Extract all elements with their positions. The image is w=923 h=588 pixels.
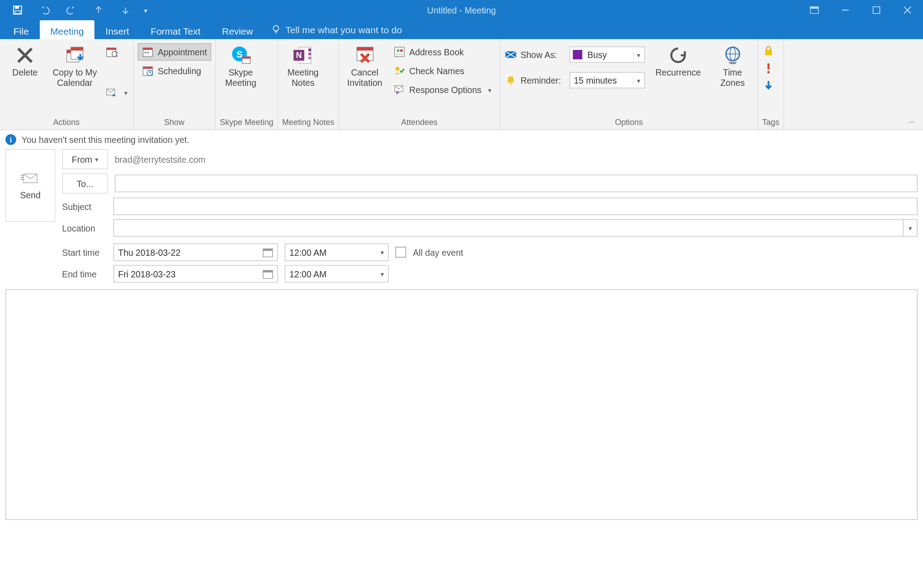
- svg-rect-4: [811, 7, 819, 9]
- busy-swatch-icon: [573, 50, 582, 59]
- copy-to-my-calendar-button[interactable]: Copy to My Calendar: [49, 42, 101, 90]
- svg-text:S: S: [236, 49, 242, 59]
- ribbon-tabs: File Meeting Insert Format Text Review T…: [0, 20, 923, 39]
- chevron-down-icon: ▾: [632, 76, 644, 84]
- calendar-button[interactable]: [104, 43, 129, 61]
- chevron-down-icon: ▾: [632, 51, 644, 58]
- ribbon: Delete Copy to My Calendar Actions: [0, 39, 923, 130]
- response-options-button[interactable]: Response Options: [389, 81, 496, 98]
- svg-point-9: [273, 26, 278, 31]
- send-button[interactable]: Send: [5, 149, 55, 222]
- group-label-tags: Tags: [762, 116, 780, 129]
- from-value: brad@terrytestsite.com: [115, 154, 206, 165]
- svg-point-59: [767, 71, 769, 73]
- group-label-actions: Actions: [4, 116, 129, 129]
- location-field[interactable]: [113, 219, 904, 237]
- group-label-show: Show: [138, 116, 211, 129]
- calendar-copy-icon: [64, 45, 85, 66]
- customize-qat-button[interactable]: ▾: [139, 0, 152, 20]
- calendar-icon: [105, 46, 117, 58]
- group-label-options: Options: [504, 116, 753, 129]
- all-day-label: All day event: [413, 247, 463, 258]
- tab-meeting[interactable]: Meeting: [40, 20, 95, 39]
- skype-meeting-button[interactable]: S Skype Meeting: [220, 42, 262, 90]
- close-button[interactable]: [892, 0, 923, 20]
- svg-rect-19: [107, 48, 116, 50]
- svg-rect-28: [143, 67, 152, 69]
- address-book-icon: [393, 46, 405, 58]
- chevron-down-icon: ▾: [381, 270, 384, 278]
- recurrence-button[interactable]: Recurrence: [651, 42, 705, 80]
- start-time-field[interactable]: 12:00 AM ▾: [285, 244, 389, 261]
- svg-point-47: [396, 49, 399, 52]
- skype-icon: S: [230, 45, 251, 66]
- check-names-icon: [393, 65, 405, 77]
- info-icon: i: [5, 134, 16, 145]
- cancel-icon: [354, 45, 376, 66]
- private-button[interactable]: [762, 45, 775, 57]
- svg-rect-1: [15, 6, 19, 9]
- response-options-icon: [393, 84, 405, 96]
- to-button[interactable]: To...: [62, 174, 108, 194]
- group-label-notes: Meeting Notes: [282, 116, 334, 129]
- meeting-notes-button[interactable]: N Meeting Notes: [282, 42, 324, 90]
- start-date-field[interactable]: Thu 2018-03-22: [113, 244, 278, 261]
- chevron-up-icon: ︿: [908, 116, 916, 125]
- next-item-button[interactable]: [112, 0, 139, 20]
- minimize-button[interactable]: [830, 0, 861, 20]
- appointment-icon: [142, 46, 154, 58]
- svg-rect-17: [71, 47, 83, 51]
- tab-insert[interactable]: Insert: [95, 20, 140, 39]
- delete-button[interactable]: Delete: [4, 42, 46, 80]
- location-dropdown-button[interactable]: ▾: [904, 219, 918, 237]
- subject-field[interactable]: [113, 198, 918, 215]
- end-date-field[interactable]: Fri 2018-03-23: [113, 265, 278, 283]
- from-button[interactable]: From: [62, 149, 108, 169]
- subject-label: Subject: [62, 201, 107, 212]
- tab-format-text[interactable]: Format Text: [140, 20, 211, 39]
- time-zones-button[interactable]: Time Zones: [712, 42, 753, 90]
- lock-icon: [762, 45, 775, 57]
- onenote-icon: N: [292, 45, 314, 66]
- address-book-button[interactable]: Address Book: [389, 43, 496, 61]
- undo-button[interactable]: [31, 0, 58, 20]
- maximize-button[interactable]: [861, 0, 892, 20]
- collapse-ribbon-button[interactable]: ︿: [908, 116, 916, 127]
- scheduling-button[interactable]: Scheduling: [138, 62, 211, 80]
- recurrence-icon: [668, 45, 689, 66]
- all-day-checkbox[interactable]: [395, 247, 406, 258]
- previous-item-button[interactable]: [85, 0, 112, 20]
- lightbulb-icon: [270, 24, 281, 35]
- check-names-button[interactable]: Check Names: [389, 62, 496, 80]
- svg-rect-57: [765, 50, 772, 55]
- tab-review[interactable]: Review: [211, 20, 264, 39]
- high-importance-button[interactable]: [762, 62, 775, 74]
- info-text: You haven't sent this meeting invitation…: [22, 134, 189, 145]
- save-button[interactable]: [4, 0, 31, 20]
- calendar-icon: [263, 268, 273, 279]
- info-bar: i You haven't sent this meeting invitati…: [0, 130, 923, 149]
- appointment-button[interactable]: Appointment: [138, 43, 211, 61]
- tab-file[interactable]: File: [3, 20, 40, 39]
- group-skype-meeting: S Skype Meeting Skype Meeting: [216, 39, 278, 129]
- reminder-icon: [504, 74, 516, 86]
- ribbon-display-button[interactable]: [799, 0, 830, 20]
- reminder-combo[interactable]: 15 minutes ▾: [569, 72, 645, 89]
- group-show: Appointment Scheduling Show: [134, 39, 216, 129]
- delete-icon: [14, 45, 36, 66]
- low-importance-button[interactable]: [762, 80, 775, 92]
- svg-rect-6: [873, 7, 880, 13]
- tell-me-search[interactable]: Tell me what you want to do: [270, 20, 402, 39]
- to-field[interactable]: [115, 175, 918, 192]
- show-as-combo[interactable]: Busy ▾: [569, 47, 645, 63]
- end-time-field[interactable]: 12:00 AM ▾: [285, 265, 389, 283]
- redo-button[interactable]: [58, 0, 85, 20]
- cancel-invitation-button[interactable]: Cancel Invitation: [343, 42, 386, 90]
- meeting-body-field[interactable]: [5, 290, 918, 520]
- calendar-icon: [263, 247, 273, 258]
- svg-rect-38: [309, 53, 311, 55]
- forward-button[interactable]: [104, 84, 129, 101]
- svg-rect-39: [309, 57, 311, 59]
- save-icon: [12, 5, 23, 16]
- chevron-down-icon: ▾: [381, 249, 384, 256]
